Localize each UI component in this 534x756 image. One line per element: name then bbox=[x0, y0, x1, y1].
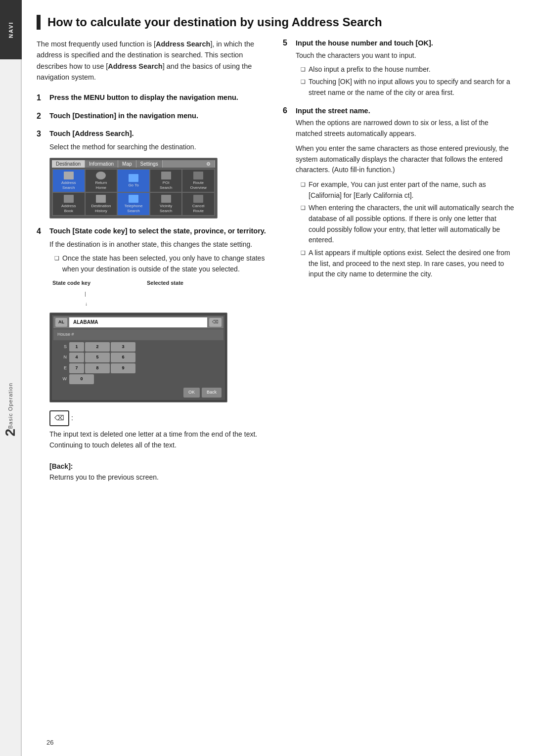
backspace-note-text: The input text is deleted one letter at … bbox=[49, 429, 268, 450]
kbd-key-4[interactable]: 4 bbox=[69, 353, 84, 362]
step-3-body: Select the method for searching the dest… bbox=[49, 142, 268, 153]
step-4-bullet-1: Once the state has been selected, you on… bbox=[54, 253, 268, 274]
step-4-body-text: If the destination is in another state, … bbox=[49, 239, 268, 250]
nav-cell-label-vicinity: VicinitySearch bbox=[160, 204, 172, 213]
kbd-delete-button[interactable]: ⌫ bbox=[209, 318, 222, 327]
keyboard-top-row: AL ALABAMA ⌫ bbox=[53, 316, 223, 328]
kbd-key-5[interactable]: 5 bbox=[85, 353, 110, 362]
nav-cell-poi[interactable]: POISearch bbox=[150, 170, 182, 192]
kbd-key-8[interactable]: 8 bbox=[85, 363, 110, 373]
nav-cell-address-book[interactable]: AddressBook bbox=[53, 193, 85, 215]
sidebar-chapter-number: 2 bbox=[2, 429, 18, 437]
nav-cell-return-home[interactable]: ReturnHome bbox=[86, 170, 117, 192]
page-title: How to calculate your destination by usi… bbox=[47, 15, 382, 30]
nav-cell-goto[interactable]: Go To bbox=[118, 170, 149, 192]
step-5-header: 5 Input the house number and touch [OK]. bbox=[283, 39, 514, 48]
title-text: How to calculate your destination by usi… bbox=[47, 15, 382, 30]
nav-tab-settings[interactable]: Settings bbox=[136, 160, 163, 168]
nav-cell-vicinity[interactable]: VicinitySearch bbox=[150, 193, 182, 215]
nav-cell-route-overview[interactable]: RouteOverview bbox=[182, 170, 214, 192]
state-labels-row: State code key Selected state bbox=[49, 277, 268, 288]
step-6-bullet-2: When entering the characters, the unit w… bbox=[301, 203, 514, 246]
nav-cell-icon-history bbox=[96, 195, 106, 203]
step-2: 2 Touch [Destination] in the navigation … bbox=[37, 111, 268, 122]
nav-cell-cancel-route[interactable]: CancelRoute bbox=[182, 193, 214, 215]
nav-tab-destination[interactable]: Destination bbox=[52, 160, 85, 168]
nav-tabs-row: Destination Information Map Settings ⚙ bbox=[52, 160, 215, 168]
kbd-state-display: ALABAMA bbox=[69, 317, 207, 327]
step-3-header: 3 Touch [Address Search]. bbox=[37, 129, 268, 139]
step-6-body1: When the options are narrowed down to si… bbox=[296, 118, 514, 139]
nav-cell-label-book: AddressBook bbox=[61, 204, 76, 213]
backspace-colon: : bbox=[71, 413, 73, 424]
kbd-row-label-n: N bbox=[54, 354, 68, 361]
kbd-key-0[interactable]: 0 bbox=[69, 374, 94, 384]
nav-cell-icon-poi bbox=[161, 172, 171, 179]
back-label-text: [Back]: bbox=[49, 462, 73, 470]
nav-cell-icon-home bbox=[96, 172, 106, 179]
nav-cell-label-telephone: TelephoneSearch bbox=[125, 204, 143, 213]
kbd-key-2[interactable]: 2 bbox=[85, 342, 110, 352]
kbd-key-1[interactable]: 1 bbox=[69, 342, 84, 352]
step-6-body2: When you enter the same characters as th… bbox=[296, 143, 514, 176]
nav-tab-gear[interactable]: ⚙ bbox=[202, 160, 215, 168]
step-5-title: Input the house number and touch [OK]. bbox=[296, 39, 433, 48]
nav-cell-icon-route bbox=[193, 172, 203, 179]
sidebar: NAVI Basic Operation 2 bbox=[0, 0, 22, 756]
kbd-row-label-w: W bbox=[54, 376, 68, 383]
state-arrow-line bbox=[85, 292, 86, 297]
two-column-layout: The most frequently used function is [Ad… bbox=[37, 39, 514, 490]
kbd-key-6[interactable]: 6 bbox=[111, 353, 135, 362]
nav-grid: AddressSearch ReturnHome Go To bbox=[52, 169, 215, 216]
step-1-number: 1 bbox=[37, 93, 46, 103]
step-6-bullet-3: A list appears if multiple options exist… bbox=[301, 248, 514, 280]
sidebar-chapter: Basic Operation 2 bbox=[0, 59, 22, 756]
step-5-bullet-2: Touching [OK] with no input allows you t… bbox=[301, 77, 514, 98]
title-bar bbox=[37, 15, 41, 30]
sidebar-chapter-text: Basic Operation bbox=[7, 383, 13, 429]
kbd-row-w: W 0 bbox=[54, 374, 222, 384]
nav-tab-information[interactable]: Information bbox=[85, 160, 118, 168]
kbd-state-button[interactable]: AL bbox=[55, 318, 67, 327]
selected-state-label: Selected state bbox=[147, 280, 183, 286]
step-1: 1 Press the MENU button to display the n… bbox=[37, 93, 268, 103]
nav-cell-label-poi: POISearch bbox=[160, 180, 172, 190]
kbd-key-7[interactable]: 7 bbox=[69, 363, 84, 373]
kbd-row-label-s: S bbox=[54, 344, 68, 351]
nav-cell-icon-goto bbox=[129, 174, 138, 182]
nav-tab-map[interactable]: Map bbox=[118, 160, 136, 168]
right-column: 5 Input the house number and touch [OK].… bbox=[283, 39, 514, 490]
step-6-title: Input the street name. bbox=[296, 106, 370, 116]
backspace-icon-container: ⌫ : bbox=[49, 410, 268, 426]
step-2-title: Touch [Destination] in the navigation me… bbox=[49, 111, 198, 121]
nav-cell-address-search[interactable]: AddressSearch bbox=[53, 170, 85, 192]
step-5-bullet-1: Also input a prefix to the house number. bbox=[301, 64, 514, 75]
nav-cell-icon-address bbox=[64, 172, 74, 179]
step-1-header: 1 Press the MENU button to display the n… bbox=[37, 93, 268, 103]
kbd-back-button[interactable]: Back bbox=[202, 388, 222, 398]
step-3-title: Touch [Address Search]. bbox=[49, 129, 134, 138]
kbd-keys-grid: S 1 2 3 N 4 5 6 bbox=[53, 341, 223, 387]
state-keyboard-screenshot: AL ALABAMA ⌫ House # bbox=[49, 312, 227, 402]
nav-cell-icon-vicinity bbox=[161, 195, 171, 203]
nav-menu-screenshot: Destination Information Map Settings ⚙ A… bbox=[49, 158, 218, 219]
nav-cell-telephone[interactable]: TelephoneSearch bbox=[118, 193, 149, 215]
backspace-icon: ⌫ bbox=[49, 410, 69, 426]
nav-cell-label-cancel: CancelRoute bbox=[192, 204, 205, 213]
step-5: 5 Input the house number and touch [OK].… bbox=[283, 39, 514, 98]
kbd-row-e: E 7 8 9 bbox=[54, 363, 222, 373]
kbd-ok-button[interactable]: OK bbox=[183, 388, 200, 398]
step-4-body: If the destination is in another state, … bbox=[49, 239, 268, 483]
nav-cell-label-home: ReturnHome bbox=[95, 180, 107, 190]
step-3-number: 3 bbox=[37, 129, 46, 139]
kbd-house-row: House # bbox=[53, 329, 223, 340]
step-4-header: 4 Touch [State code key] to select the s… bbox=[37, 226, 268, 237]
nav-cell-history[interactable]: DestinationHistory bbox=[86, 193, 117, 215]
nav-cell-label-address: AddressSearch bbox=[61, 180, 76, 190]
kbd-key-3[interactable]: 3 bbox=[111, 342, 135, 352]
kbd-key-9[interactable]: 9 bbox=[111, 363, 135, 373]
step-4: 4 Touch [State code key] to select the s… bbox=[37, 226, 268, 483]
step-6-header: 6 Input the street name. bbox=[283, 106, 514, 116]
step-6-body: When the options are narrowed down to si… bbox=[296, 118, 514, 280]
step-2-header: 2 Touch [Destination] in the navigation … bbox=[37, 111, 268, 122]
